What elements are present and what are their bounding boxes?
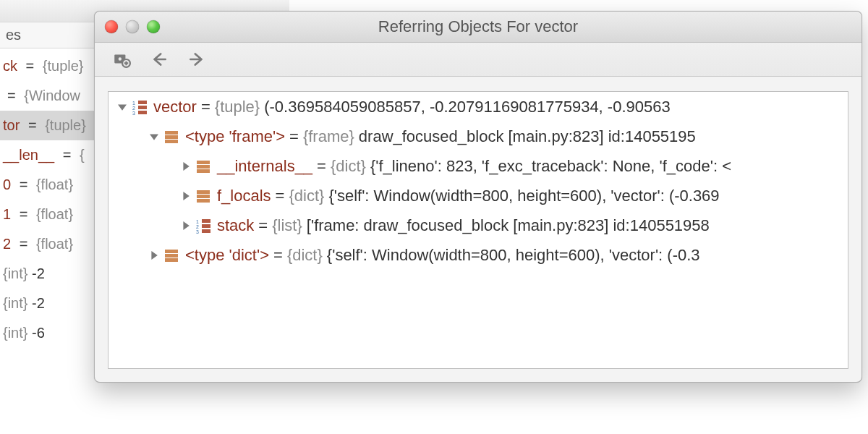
toolbar [95,43,861,77]
node-name: f_locals [217,187,271,205]
object-icon [194,158,213,174]
node-name: stack [217,216,254,235]
node-value: {'self': Window(width=800, height=600), … [328,187,719,205]
node-name: vector [153,98,197,116]
disclosure-triangle[interactable] [178,192,194,200]
svg-rect-8 [138,106,147,109]
svg-rect-20 [197,195,210,198]
tuple-icon: 1 2 3 [130,99,149,115]
tree-row-internals[interactable]: __internals__ = {dict} {'f_lineno': 823,… [109,151,848,181]
add-watch-button[interactable] [111,48,132,70]
tree-row-stack[interactable]: 1 2 3 stack = {list} ['frame: draw_focus… [109,210,848,240]
object-icon [162,129,181,145]
zoom-button[interactable] [147,20,160,33]
svg-rect-12 [165,135,178,139]
node-type: {frame} [303,127,354,146]
disclosure-triangle[interactable] [178,162,194,171]
svg-text:1: 1 [196,219,199,224]
svg-marker-18 [183,192,189,200]
svg-marker-22 [183,221,189,230]
tree-row-type-frame[interactable]: <type 'frame'> = {frame} draw_focused_bl… [109,122,848,151]
minimize-button[interactable] [126,20,139,33]
disclosure-triangle[interactable] [114,103,130,111]
svg-rect-7 [138,101,147,104]
svg-rect-26 [202,219,210,223]
object-icon [162,247,181,263]
object-tree[interactable]: 1 2 3 vector = {tuple} (-0.3695840590858… [108,91,848,369]
svg-marker-10 [150,134,158,140]
svg-rect-32 [165,258,178,262]
nav-forward-button[interactable] [186,48,208,70]
svg-text:3: 3 [132,111,135,115]
node-type: {list} [272,216,302,235]
tree-row-f-locals[interactable]: f_locals = {dict} {'self': Window(width=… [109,181,848,210]
svg-text:2: 2 [196,224,199,229]
svg-rect-21 [197,199,210,203]
svg-rect-17 [197,169,210,173]
svg-rect-31 [165,254,178,258]
svg-rect-28 [202,229,210,233]
svg-rect-13 [165,140,178,143]
tree-row-vector[interactable]: 1 2 3 vector = {tuple} (-0.3695840590858… [109,92,848,122]
window-titlebar[interactable]: Referring Objects For vector [95,12,861,43]
node-name: <type 'frame'> [185,127,285,146]
traffic-lights [105,20,160,33]
svg-marker-29 [151,251,157,260]
svg-rect-27 [202,224,210,228]
node-type: {dict} [331,157,366,176]
object-icon [194,188,213,204]
window-title: Referring Objects For vector [95,17,861,36]
svg-rect-30 [165,250,178,253]
node-value: (-0.369584059085857, -0.2079116908177593… [264,98,671,116]
svg-rect-11 [165,131,178,135]
svg-marker-3 [118,104,127,110]
node-value: draw_focused_block [main.py:823] id:1405… [359,127,696,146]
svg-rect-15 [197,161,210,164]
svg-rect-19 [197,190,210,194]
node-type: {tuple} [215,98,260,116]
node-type: {dict} [287,246,323,265]
svg-text:3: 3 [196,229,199,234]
svg-text:1: 1 [132,101,135,106]
node-name: __internals__ [217,157,312,176]
disclosure-triangle[interactable] [146,132,162,141]
list-icon: 1 2 3 [194,218,213,234]
referring-objects-window: Referring Objects For vector [94,11,862,383]
disclosure-triangle[interactable] [178,221,194,230]
node-type: {dict} [289,187,324,205]
svg-marker-14 [183,162,189,171]
node-name: <type 'dict'> [185,246,269,265]
node-value: {'self': Window(width=800, height=600), … [327,246,700,265]
nav-back-button[interactable] [148,48,170,70]
disclosure-triangle[interactable] [146,251,162,260]
svg-rect-16 [197,165,210,169]
close-button[interactable] [105,20,118,33]
svg-text:2: 2 [132,106,135,111]
svg-point-1 [118,56,123,61]
node-value: ['frame: draw_focused_block [main.py:823… [307,216,710,235]
tree-row-type-dict[interactable]: <type 'dict'> = {dict} {'self': Window(w… [109,240,848,270]
node-value: {'f_lineno': 823, 'f_exc_traceback': Non… [370,157,731,176]
svg-rect-9 [138,111,147,114]
